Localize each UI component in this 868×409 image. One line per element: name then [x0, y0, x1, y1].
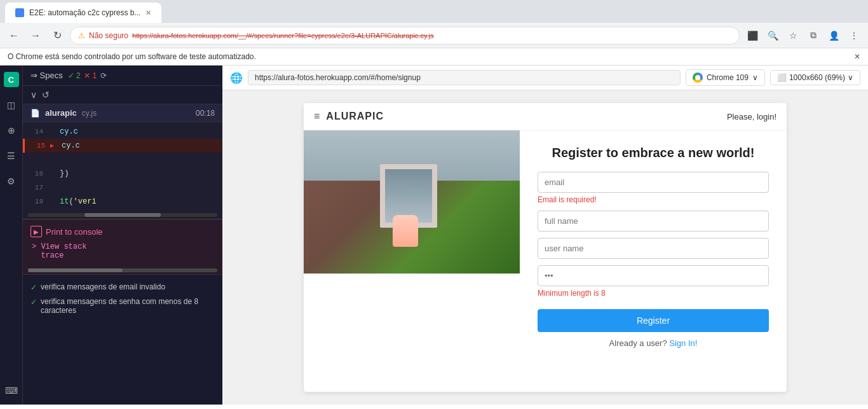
password-input[interactable] — [538, 265, 769, 286]
test-pass-check-1: ✓ — [31, 283, 37, 292]
test-label-2: verifica mensagens de senha com menos de… — [41, 297, 215, 315]
print-icon: ▶ — [31, 226, 42, 237]
hand-graphic — [393, 215, 418, 247]
fullname-form-group — [538, 211, 769, 232]
already-user-label: Already a user? — [609, 338, 667, 348]
line-num-17: 17 — [28, 184, 43, 191]
print-to-console-btn[interactable]: ▶ Print to console — [31, 226, 215, 237]
viewport-url-bar[interactable]: https://alura-fotos.herokuapp.com/#/home… — [248, 70, 681, 85]
scrollbar-track — [28, 213, 217, 217]
back-button[interactable]: ← — [5, 27, 23, 45]
code-line-16: 16 }) — [23, 167, 222, 181]
app-container: ≡ ALURAPIC Please, login! — [222, 90, 868, 405]
profile-btn[interactable]: 👤 — [825, 27, 843, 45]
email-form-group: Email is required! — [538, 172, 769, 204]
app-hero-image — [304, 130, 520, 363]
scrollbar-thumb — [85, 213, 160, 217]
file-name-label: alurapic — [45, 108, 77, 118]
globe-icon: 🌐 — [230, 72, 243, 84]
refresh-btn[interactable]: ↺ — [42, 90, 50, 100]
error-horizontal-scrollbar[interactable] — [23, 267, 222, 274]
code-lines-container: 14 cy.c 15 ▶ cy.c — [23, 122, 222, 211]
print-console-label: Print to console — [46, 227, 103, 237]
resolution-badge[interactable]: ⬜ 1000x660 (69%) ∨ — [770, 70, 860, 85]
line-code-14: cy.c — [60, 127, 78, 136]
password-form-group: Minimum length is 8 — [538, 265, 769, 298]
test-results-section: ✓ verifica mensagens de email invalido ✓… — [23, 274, 222, 405]
password-warning-msg: Minimum length is 8 — [538, 289, 769, 298]
hamburger-icon[interactable]: ≡ — [314, 111, 320, 122]
sign-in-link[interactable]: Sign In! — [669, 338, 697, 348]
fail-count: 1 — [92, 71, 97, 80]
cypress-sidebar: C ◫ ⊕ ☰ ⚙ ⌨ ⇒ Specs ✓ 2 — [0, 66, 222, 405]
code-line-17: 17 — [23, 181, 222, 195]
pass-count: 2 — [76, 71, 81, 80]
app-logo: ALURAPIC — [326, 111, 384, 122]
browser-nav-bar: ← → ↻ ⚠ Não seguro https://alura-fotos.h… — [0, 23, 868, 48]
not-secure-label: Não seguro — [89, 31, 128, 40]
run-spinner-icon: ⟳ — [100, 71, 107, 80]
register-button[interactable]: Register — [538, 309, 769, 332]
app-body: Register to embrace a new world! Email i… — [304, 130, 787, 363]
spec-badges: ✓ 2 ✕ 1 ⟳ — [68, 71, 107, 80]
sidebar-browser-icon[interactable]: ◫ — [3, 96, 20, 114]
app-card: ≡ ALURAPIC Please, login! — [304, 103, 787, 392]
viewport-url-text: https://alura-fotos.herokuapp.com/#/home… — [255, 73, 421, 82]
chrome-inner-circle — [695, 75, 700, 80]
code-line-14: 14 cy.c — [23, 125, 222, 139]
username-input[interactable] — [538, 238, 769, 259]
chrome-chevron-icon: ∨ — [752, 73, 758, 82]
sidebar-keyboard-icon[interactable]: ⌨ — [3, 382, 20, 399]
tab-favicon — [15, 8, 24, 17]
line-num-16: 16 — [28, 170, 43, 177]
resolution-label: 1000x660 (69%) — [789, 73, 845, 82]
tab-close-btn[interactable]: ✕ — [146, 9, 151, 17]
chrome-browser-badge[interactable]: Chrome 109 ∨ — [686, 69, 765, 86]
test-item-2: ✓ verifica mensagens de senha com menos … — [31, 295, 215, 317]
run-badge: ⟳ — [100, 71, 107, 80]
security-warning-icon: ⚠ — [78, 31, 85, 40]
resolution-icon: ⬜ — [777, 73, 787, 82]
line-code-16: }) — [60, 169, 69, 178]
extensions-btn[interactable]: ⧉ — [804, 27, 822, 45]
code-line-18: 18 it('veri — [23, 195, 222, 209]
code-line-15: 15 ▶ cy.c — [23, 139, 222, 153]
browser-viewport: 🌐 https://alura-fotos.herokuapp.com/#/ho… — [222, 66, 868, 405]
file-time-label: 00:18 — [196, 109, 215, 118]
address-url-text: https://alura-fotos.herokuapp.com/__/#/s… — [132, 32, 731, 39]
tab-bar: E2E: automação c2c cypress b... ✕ — [0, 0, 868, 23]
file-panel: ⇒ Specs ✓ 2 ✕ 1 ⟳ — [23, 66, 222, 405]
reload-button[interactable]: ↻ — [48, 27, 66, 45]
line-arrow-15: ▶ — [50, 142, 57, 149]
automation-warning-bar: O Chrome está sendo controlado por um so… — [0, 48, 868, 66]
view-stack-trace-btn[interactable]: > View stack trace — [31, 242, 215, 260]
chevron-down-btn[interactable]: ∨ — [31, 90, 37, 100]
automation-bar-close[interactable]: ✕ — [854, 52, 860, 61]
please-login-text: Please, login! — [727, 112, 776, 121]
register-btn-label: Register — [637, 315, 670, 326]
view-stack-label: > View stack trace — [32, 242, 86, 260]
sidebar-crosshair-icon[interactable]: ⊕ — [3, 121, 20, 139]
sidebar-list-icon[interactable]: ☰ — [3, 147, 20, 165]
test-label-1: verifica mensagens de email invalido — [41, 282, 165, 291]
left-icon-bar: C ◫ ⊕ ☰ ⚙ ⌨ — [0, 66, 23, 405]
line-code-15: cy.c — [62, 141, 80, 150]
code-horizontal-scrollbar[interactable] — [23, 211, 222, 219]
active-tab[interactable]: E2E: automação c2c cypress b... ✕ — [5, 3, 161, 23]
nav-icons-group: ⬛ 🔍 ☆ ⧉ 👤 ⋮ — [743, 27, 863, 45]
file-doc-icon: 📄 — [31, 109, 40, 118]
resolution-chevron-icon: ∨ — [848, 73, 853, 82]
cypress-logo-icon: C — [3, 71, 20, 88]
fullname-input[interactable] — [538, 211, 769, 232]
code-line-blank — [23, 153, 222, 167]
error-panel: ▶ Print to console > View stack trace — [23, 219, 222, 267]
address-bar[interactable]: ⚠ Não seguro https://alura-fotos.herokua… — [70, 27, 740, 45]
menu-btn[interactable]: ⋮ — [845, 27, 863, 45]
screenshot-btn[interactable]: ⬛ — [743, 27, 761, 45]
zoom-btn[interactable]: 🔍 — [764, 27, 782, 45]
bookmark-btn[interactable]: ☆ — [784, 27, 802, 45]
file-ext-label: cy.js — [82, 109, 97, 118]
sidebar-settings-icon[interactable]: ⚙ — [3, 172, 20, 190]
email-input[interactable] — [538, 172, 769, 193]
forward-button[interactable]: → — [27, 27, 44, 45]
